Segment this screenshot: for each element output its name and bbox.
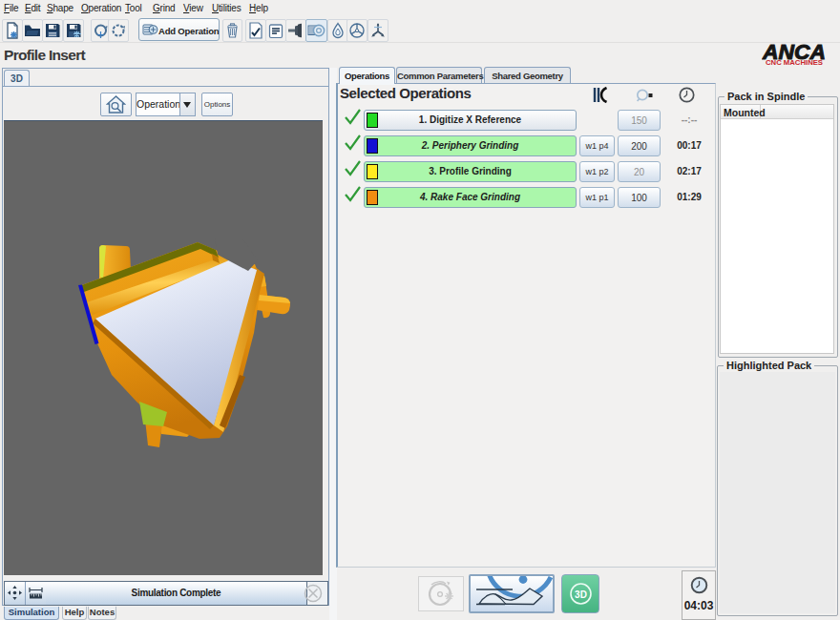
svg-text:CNC MACHINES: CNC MACHINES — [766, 59, 824, 66]
svg-text:3D: 3D — [575, 589, 587, 600]
